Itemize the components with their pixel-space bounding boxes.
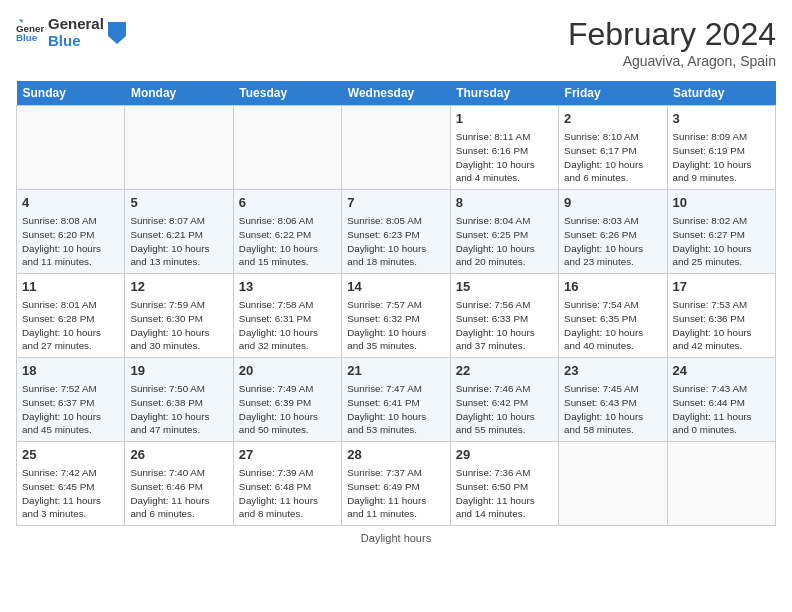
calendar-cell: 2Sunrise: 8:10 AMSunset: 6:17 PMDaylight… bbox=[559, 106, 667, 190]
day-info: Sunrise: 7:37 AMSunset: 6:49 PMDaylight:… bbox=[347, 466, 444, 521]
calendar-cell: 28Sunrise: 7:37 AMSunset: 6:49 PMDayligh… bbox=[342, 442, 450, 526]
day-number: 17 bbox=[673, 278, 770, 296]
logo-flag-icon bbox=[108, 22, 126, 44]
day-info: Sunrise: 8:02 AMSunset: 6:27 PMDaylight:… bbox=[673, 214, 770, 269]
day-info: Sunrise: 7:50 AMSunset: 6:38 PMDaylight:… bbox=[130, 382, 227, 437]
col-header-thursday: Thursday bbox=[450, 81, 558, 106]
calendar-cell: 29Sunrise: 7:36 AMSunset: 6:50 PMDayligh… bbox=[450, 442, 558, 526]
day-number: 19 bbox=[130, 362, 227, 380]
calendar-cell: 9Sunrise: 8:03 AMSunset: 6:26 PMDaylight… bbox=[559, 190, 667, 274]
day-info: Sunrise: 8:07 AMSunset: 6:21 PMDaylight:… bbox=[130, 214, 227, 269]
calendar-table: SundayMondayTuesdayWednesdayThursdayFrid… bbox=[16, 81, 776, 526]
calendar-cell: 12Sunrise: 7:59 AMSunset: 6:30 PMDayligh… bbox=[125, 274, 233, 358]
calendar-cell: 11Sunrise: 8:01 AMSunset: 6:28 PMDayligh… bbox=[17, 274, 125, 358]
logo-general: General bbox=[48, 16, 104, 33]
day-number: 11 bbox=[22, 278, 119, 296]
calendar-cell: 24Sunrise: 7:43 AMSunset: 6:44 PMDayligh… bbox=[667, 358, 775, 442]
logo-icon: General Blue bbox=[16, 19, 44, 47]
page-header: General Blue General Blue February 2024 … bbox=[16, 16, 776, 69]
day-info: Sunrise: 7:59 AMSunset: 6:30 PMDaylight:… bbox=[130, 298, 227, 353]
calendar-cell bbox=[342, 106, 450, 190]
calendar-week-2: 4Sunrise: 8:08 AMSunset: 6:20 PMDaylight… bbox=[17, 190, 776, 274]
calendar-cell bbox=[233, 106, 341, 190]
day-info: Sunrise: 8:08 AMSunset: 6:20 PMDaylight:… bbox=[22, 214, 119, 269]
footer-daylight: Daylight hours bbox=[16, 532, 776, 544]
day-number: 13 bbox=[239, 278, 336, 296]
day-number: 21 bbox=[347, 362, 444, 380]
day-info: Sunrise: 8:04 AMSunset: 6:25 PMDaylight:… bbox=[456, 214, 553, 269]
calendar-cell: 13Sunrise: 7:58 AMSunset: 6:31 PMDayligh… bbox=[233, 274, 341, 358]
day-info: Sunrise: 7:45 AMSunset: 6:43 PMDaylight:… bbox=[564, 382, 661, 437]
title-block: February 2024 Aguaviva, Aragon, Spain bbox=[568, 16, 776, 69]
col-header-wednesday: Wednesday bbox=[342, 81, 450, 106]
calendar-cell: 25Sunrise: 7:42 AMSunset: 6:45 PMDayligh… bbox=[17, 442, 125, 526]
header-row: SundayMondayTuesdayWednesdayThursdayFrid… bbox=[17, 81, 776, 106]
day-number: 7 bbox=[347, 194, 444, 212]
subtitle: Aguaviva, Aragon, Spain bbox=[568, 53, 776, 69]
calendar-week-4: 18Sunrise: 7:52 AMSunset: 6:37 PMDayligh… bbox=[17, 358, 776, 442]
day-info: Sunrise: 7:54 AMSunset: 6:35 PMDaylight:… bbox=[564, 298, 661, 353]
day-number: 23 bbox=[564, 362, 661, 380]
calendar-cell: 3Sunrise: 8:09 AMSunset: 6:19 PMDaylight… bbox=[667, 106, 775, 190]
calendar-cell bbox=[667, 442, 775, 526]
col-header-sunday: Sunday bbox=[17, 81, 125, 106]
day-info: Sunrise: 7:40 AMSunset: 6:46 PMDaylight:… bbox=[130, 466, 227, 521]
calendar-cell: 7Sunrise: 8:05 AMSunset: 6:23 PMDaylight… bbox=[342, 190, 450, 274]
day-number: 28 bbox=[347, 446, 444, 464]
calendar-cell: 6Sunrise: 8:06 AMSunset: 6:22 PMDaylight… bbox=[233, 190, 341, 274]
logo-blue: Blue bbox=[48, 33, 104, 50]
calendar-cell: 18Sunrise: 7:52 AMSunset: 6:37 PMDayligh… bbox=[17, 358, 125, 442]
calendar-cell: 1Sunrise: 8:11 AMSunset: 6:16 PMDaylight… bbox=[450, 106, 558, 190]
day-info: Sunrise: 7:43 AMSunset: 6:44 PMDaylight:… bbox=[673, 382, 770, 437]
day-number: 15 bbox=[456, 278, 553, 296]
svg-marker-3 bbox=[108, 22, 126, 44]
calendar-cell: 10Sunrise: 8:02 AMSunset: 6:27 PMDayligh… bbox=[667, 190, 775, 274]
day-info: Sunrise: 7:39 AMSunset: 6:48 PMDaylight:… bbox=[239, 466, 336, 521]
day-number: 3 bbox=[673, 110, 770, 128]
calendar-cell: 5Sunrise: 8:07 AMSunset: 6:21 PMDaylight… bbox=[125, 190, 233, 274]
calendar-cell: 16Sunrise: 7:54 AMSunset: 6:35 PMDayligh… bbox=[559, 274, 667, 358]
day-info: Sunrise: 7:49 AMSunset: 6:39 PMDaylight:… bbox=[239, 382, 336, 437]
day-number: 10 bbox=[673, 194, 770, 212]
day-info: Sunrise: 8:03 AMSunset: 6:26 PMDaylight:… bbox=[564, 214, 661, 269]
calendar-cell: 19Sunrise: 7:50 AMSunset: 6:38 PMDayligh… bbox=[125, 358, 233, 442]
day-number: 25 bbox=[22, 446, 119, 464]
day-number: 29 bbox=[456, 446, 553, 464]
calendar-cell bbox=[125, 106, 233, 190]
day-info: Sunrise: 8:05 AMSunset: 6:23 PMDaylight:… bbox=[347, 214, 444, 269]
day-info: Sunrise: 7:58 AMSunset: 6:31 PMDaylight:… bbox=[239, 298, 336, 353]
day-info: Sunrise: 7:52 AMSunset: 6:37 PMDaylight:… bbox=[22, 382, 119, 437]
day-number: 14 bbox=[347, 278, 444, 296]
col-header-tuesday: Tuesday bbox=[233, 81, 341, 106]
day-info: Sunrise: 7:46 AMSunset: 6:42 PMDaylight:… bbox=[456, 382, 553, 437]
day-info: Sunrise: 8:06 AMSunset: 6:22 PMDaylight:… bbox=[239, 214, 336, 269]
calendar-cell: 8Sunrise: 8:04 AMSunset: 6:25 PMDaylight… bbox=[450, 190, 558, 274]
calendar-cell: 26Sunrise: 7:40 AMSunset: 6:46 PMDayligh… bbox=[125, 442, 233, 526]
day-number: 22 bbox=[456, 362, 553, 380]
calendar-cell: 15Sunrise: 7:56 AMSunset: 6:33 PMDayligh… bbox=[450, 274, 558, 358]
day-number: 24 bbox=[673, 362, 770, 380]
calendar-week-1: 1Sunrise: 8:11 AMSunset: 6:16 PMDaylight… bbox=[17, 106, 776, 190]
day-info: Sunrise: 8:11 AMSunset: 6:16 PMDaylight:… bbox=[456, 130, 553, 185]
day-info: Sunrise: 7:47 AMSunset: 6:41 PMDaylight:… bbox=[347, 382, 444, 437]
calendar-week-5: 25Sunrise: 7:42 AMSunset: 6:45 PMDayligh… bbox=[17, 442, 776, 526]
day-info: Sunrise: 7:57 AMSunset: 6:32 PMDaylight:… bbox=[347, 298, 444, 353]
day-number: 8 bbox=[456, 194, 553, 212]
day-number: 5 bbox=[130, 194, 227, 212]
day-info: Sunrise: 7:36 AMSunset: 6:50 PMDaylight:… bbox=[456, 466, 553, 521]
day-number: 18 bbox=[22, 362, 119, 380]
day-number: 9 bbox=[564, 194, 661, 212]
day-info: Sunrise: 8:09 AMSunset: 6:19 PMDaylight:… bbox=[673, 130, 770, 185]
calendar-cell: 27Sunrise: 7:39 AMSunset: 6:48 PMDayligh… bbox=[233, 442, 341, 526]
day-info: Sunrise: 7:56 AMSunset: 6:33 PMDaylight:… bbox=[456, 298, 553, 353]
calendar-cell: 21Sunrise: 7:47 AMSunset: 6:41 PMDayligh… bbox=[342, 358, 450, 442]
svg-text:Blue: Blue bbox=[16, 32, 38, 43]
day-number: 4 bbox=[22, 194, 119, 212]
day-info: Sunrise: 8:01 AMSunset: 6:28 PMDaylight:… bbox=[22, 298, 119, 353]
col-header-monday: Monday bbox=[125, 81, 233, 106]
calendar-cell: 17Sunrise: 7:53 AMSunset: 6:36 PMDayligh… bbox=[667, 274, 775, 358]
calendar-week-3: 11Sunrise: 8:01 AMSunset: 6:28 PMDayligh… bbox=[17, 274, 776, 358]
col-header-saturday: Saturday bbox=[667, 81, 775, 106]
calendar-cell bbox=[17, 106, 125, 190]
day-info: Sunrise: 7:42 AMSunset: 6:45 PMDaylight:… bbox=[22, 466, 119, 521]
